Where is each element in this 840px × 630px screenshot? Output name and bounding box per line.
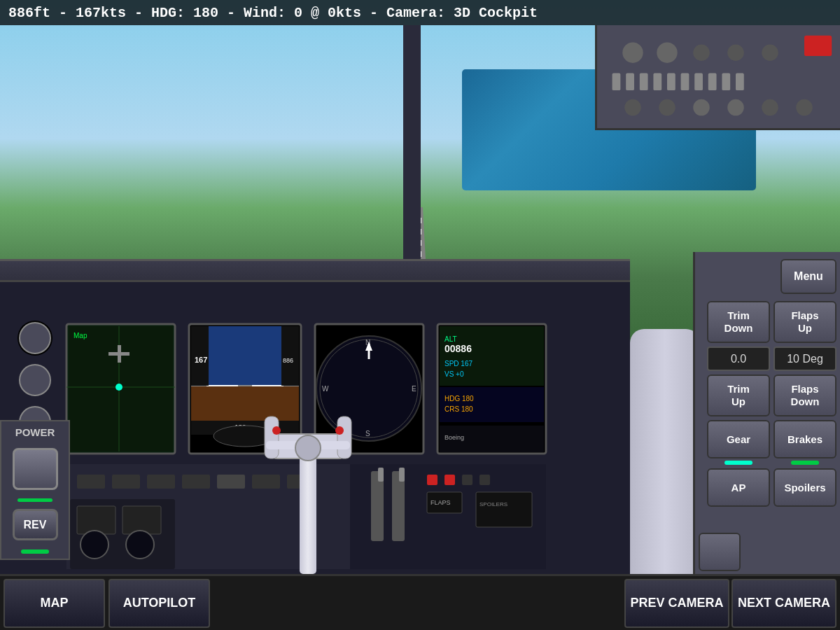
trim-down-button[interactable]: TrimDown: [707, 301, 770, 343]
svg-rect-74: [147, 475, 175, 489]
yoke-svg: [238, 378, 378, 574]
svg-point-5: [727, 44, 744, 61]
power-indicator: [18, 498, 52, 502]
prev-camera-button[interactable]: PREV CAMERA: [624, 579, 729, 628]
misc-button[interactable]: [699, 533, 741, 571]
svg-point-25: [20, 323, 50, 354]
svg-text:00886: 00886: [444, 343, 472, 354]
flaps-down-button[interactable]: FlapsDown: [774, 374, 836, 416]
right-panel: Menu TrimDown FlapsUp 0.0 10 Deg TrimUp …: [693, 252, 840, 630]
svg-text:CRS 180: CRS 180: [444, 405, 473, 413]
yoke: [238, 378, 378, 574]
map-button[interactable]: MAP: [4, 579, 105, 628]
brakes-indicator: [791, 461, 819, 465]
svg-text:Boeing: Boeing: [444, 434, 464, 441]
rev-button[interactable]: REV: [13, 509, 58, 540]
svg-rect-1: [804, 36, 832, 56]
svg-text:SPOILERS: SPOILERS: [479, 501, 507, 507]
svg-rect-46: [281, 326, 299, 386]
svg-point-4: [693, 44, 710, 61]
svg-text:Map: Map: [74, 332, 88, 340]
svg-rect-90: [476, 492, 532, 527]
menu-button[interactable]: Menu: [780, 259, 836, 294]
windshield-post: [403, 25, 421, 270]
svg-point-103: [272, 426, 281, 435]
svg-point-95: [80, 531, 108, 559]
svg-text:SPD 167: SPD 167: [444, 360, 472, 368]
svg-text:167: 167: [195, 356, 207, 364]
svg-rect-66: [440, 387, 544, 422]
trim-up-button[interactable]: TrimUp: [707, 374, 770, 416]
left-control-panel: POWER REV: [0, 420, 70, 560]
power-label: POWER: [15, 426, 55, 438]
svg-point-35: [115, 384, 122, 391]
gear-button[interactable]: Gear: [707, 420, 770, 458]
svg-rect-99: [265, 416, 279, 458]
svg-point-26: [20, 365, 50, 396]
svg-point-18: [659, 99, 676, 116]
svg-rect-8: [626, 74, 634, 91]
svg-text:E: E: [412, 385, 416, 393]
svg-text:FLAPS: FLAPS: [430, 499, 451, 506]
svg-rect-72: [77, 475, 105, 489]
svg-point-96: [126, 531, 154, 559]
status-bar: 886ft - 167kts - HDG: 180 - Wind: 0 @ 0k…: [0, 0, 840, 25]
svg-rect-85: [444, 475, 455, 485]
svg-point-19: [693, 99, 710, 116]
svg-rect-86: [462, 475, 472, 485]
svg-rect-100: [337, 416, 351, 458]
svg-text:886: 886: [283, 357, 293, 364]
svg-point-104: [335, 426, 344, 435]
svg-rect-13: [694, 74, 703, 91]
flaps-value-display: 10 Deg: [774, 346, 836, 371]
brakes-button[interactable]: Brakes: [774, 420, 836, 458]
svg-rect-9: [640, 74, 648, 91]
svg-rect-7: [612, 74, 621, 91]
svg-point-17: [624, 99, 641, 116]
bottom-bar: MAP AUTOPILOT PREV CAMERA NEXT CAMERA: [0, 574, 840, 630]
rev-indicator: [21, 550, 49, 554]
flight-status-text: 886ft - 167kts - HDG: 180 - Wind: 0 @ 0k…: [8, 5, 538, 21]
svg-rect-82: [378, 468, 384, 482]
svg-rect-75: [182, 475, 210, 489]
svg-rect-37: [118, 345, 121, 363]
svg-point-22: [796, 99, 813, 116]
svg-rect-87: [479, 475, 490, 485]
ap-button[interactable]: AP: [707, 468, 770, 507]
svg-text:VS   +0: VS +0: [444, 370, 464, 378]
svg-rect-16: [736, 74, 744, 91]
trim-value-display: 0.0: [707, 346, 770, 371]
svg-point-2: [622, 43, 643, 63]
svg-rect-93: [77, 506, 115, 534]
autopilot-button[interactable]: AUTOPILOT: [108, 579, 210, 628]
svg-rect-83: [399, 468, 405, 482]
svg-rect-14: [708, 74, 717, 91]
svg-point-3: [657, 43, 677, 63]
svg-rect-11: [667, 74, 676, 91]
svg-text:ALT: ALT: [444, 335, 457, 343]
svg-text:HDG 180: HDG 180: [444, 395, 474, 402]
svg-rect-97: [300, 448, 316, 574]
gear-indicator: [724, 461, 752, 465]
svg-point-102: [295, 435, 321, 461]
overhead-panel: [595, 25, 840, 130]
armrest: [630, 329, 700, 574]
svg-rect-73: [112, 475, 140, 489]
svg-rect-12: [681, 74, 690, 91]
svg-point-6: [762, 44, 778, 61]
overhead-instruments: [597, 25, 840, 128]
svg-point-20: [727, 99, 744, 116]
spoilers-button[interactable]: Spoilers: [774, 468, 836, 507]
svg-rect-84: [427, 475, 438, 485]
control-grid: TrimDown FlapsUp 0.0 10 Deg TrimUp Flaps…: [707, 301, 836, 507]
flaps-up-button[interactable]: FlapsUp: [774, 301, 836, 343]
power-button[interactable]: [13, 448, 58, 490]
svg-rect-94: [122, 506, 161, 534]
svg-rect-15: [722, 74, 730, 91]
svg-rect-10: [653, 74, 662, 91]
next-camera-button[interactable]: NEXT CAMERA: [732, 579, 836, 628]
svg-point-21: [762, 99, 778, 116]
